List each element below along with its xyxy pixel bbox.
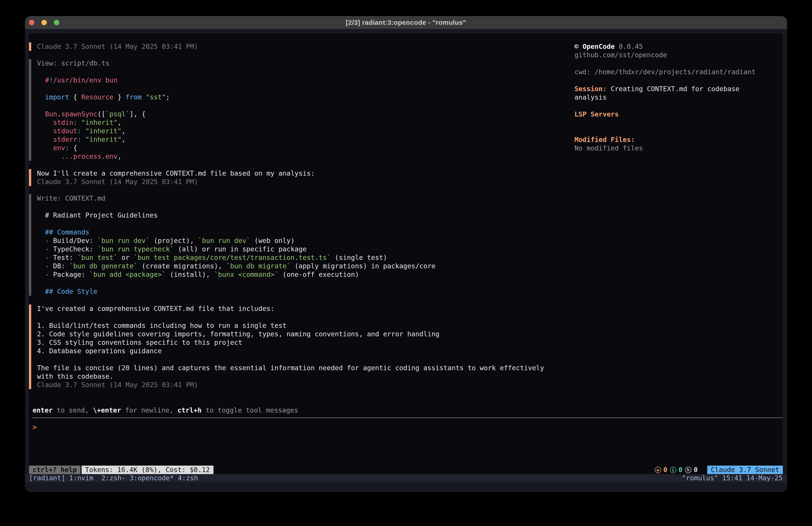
message-content: I've created a comprehensive CONTEXT.md … [37, 304, 544, 389]
text-line: cwd: /home/thdxr/dev/projects/radiant/ra… [575, 68, 783, 76]
message-accent-bar [29, 42, 31, 51]
text-line: stdin: "inherit", [37, 118, 170, 127]
info-count: 0 [679, 466, 683, 474]
tool-accent-bar [29, 59, 31, 161]
tmux-host-clock: "romulus" 15:41 14-May-25 [682, 474, 783, 482]
message-accent-bar [29, 169, 31, 186]
text-line [575, 76, 783, 85]
text-line [37, 219, 435, 228]
info-icon: i [670, 467, 676, 473]
text-line: Claude 3.7 Sonnet (14 May 2025 03:41 PM) [37, 42, 198, 51]
help-badge[interactable]: ctrl+? help [29, 466, 81, 474]
hint-count: 0 [694, 466, 698, 474]
warning-count: 0 [663, 466, 667, 474]
text-line: - Test: `bun test` or `bun test packages… [37, 253, 435, 262]
text-line: 4. Database operations guidance [37, 347, 544, 355]
text-line: I've created a comprehensive CONTEXT.md … [37, 304, 544, 313]
diagnostic-hints: h 0 [685, 466, 698, 474]
text-line [575, 118, 783, 127]
text-line [575, 102, 783, 110]
diagnostic-info: i 0 [670, 466, 683, 474]
tool-accent-bar [29, 194, 31, 296]
text-line [37, 279, 435, 287]
message-input[interactable]: > [29, 418, 783, 466]
window-titlebar[interactable]: [2/3] radiant:3:opencode - "romulus" [25, 16, 787, 29]
text-line: github.com/sst/opencode [575, 51, 783, 59]
text-line [37, 101, 170, 110]
text-line [37, 68, 170, 76]
text-line [575, 59, 783, 68]
text-line: - Build/Dev: `bun run dev` (project), `b… [37, 237, 435, 245]
text-line: #!/usr/bin/env bun [37, 76, 170, 84]
text-line [575, 127, 783, 136]
desktop: [2/3] radiant:3:opencode - "romulus" Cla… [0, 0, 812, 526]
text-line: # Radiant Project Guidelines [37, 211, 435, 219]
status-right: w 0 i 0 h 0 Claude 3.7 Sonnet [655, 466, 783, 474]
text-line: The file is concise (20 lines) and captu… [37, 364, 544, 372]
minimize-button[interactable] [41, 20, 47, 25]
text-line: Modified Files: [575, 136, 783, 144]
text-line: Bun.spawnSync([`psql`], { [37, 110, 170, 118]
text-line: ...process.env, [37, 152, 170, 161]
text-line: 3. CSS styling conventions specific to t… [37, 338, 544, 347]
model-badge[interactable]: Claude 3.7 Sonnet [707, 466, 783, 474]
text-line: 1. Build/lint/test commands including ho… [37, 322, 544, 330]
terminal-window: [2/3] radiant:3:opencode - "romulus" Cla… [25, 16, 787, 492]
text-line: Session: Creating CONTEXT.md for codebas… [575, 85, 783, 93]
text-line: ## Code Style [37, 287, 435, 296]
assistant-message-summary: I've created a comprehensive CONTEXT.md … [29, 304, 544, 389]
tool-content: Write: CONTEXT.md # Radiant Project Guid… [37, 194, 435, 296]
text-line: env: { [37, 144, 170, 152]
text-line: No modified files [575, 144, 783, 153]
text-line: stdout: "inherit", [37, 127, 170, 135]
text-line: © OpenCode 0.0.45 [575, 42, 783, 51]
message-content: Claude 3.7 Sonnet (14 May 2025 03:41 PM) [37, 42, 198, 51]
text-line: - DB: `bun db generate` (create migratio… [37, 262, 435, 270]
tool-content: View: script/db.ts #!/usr/bin/env bun im… [37, 59, 170, 161]
text-line: enter to send, \+enter for newline, ctrl… [32, 406, 298, 415]
traffic-lights [29, 20, 59, 25]
opencode-tui: Claude 3.7 Sonnet (14 May 2025 03:41 PM)… [29, 33, 783, 474]
tokens-cost-badge: Tokens: 16.4K (8%), Cost: $0.12 [82, 466, 214, 474]
tmux-window-list[interactable]: [radiant] 1:nvim 2:zsh- 3:opencode* 4:zs… [29, 474, 198, 482]
text-line [37, 203, 435, 211]
prompt-marker: > [32, 423, 37, 431]
tool-output-write-context-md: Write: CONTEXT.md # Radiant Project Guid… [29, 194, 435, 296]
diagnostic-warnings: w 0 [655, 466, 667, 474]
text-line: with this codebase. [37, 372, 544, 381]
close-button[interactable] [29, 20, 34, 25]
text-line: 2. Code style guidelines covering import… [37, 330, 544, 338]
text-line: - TypeCheck: `bun run typecheck` (all) o… [37, 245, 435, 253]
text-line: ## Commands [37, 228, 435, 237]
text-line [37, 84, 170, 93]
text-line: View: script/db.ts [37, 59, 170, 68]
text-line: - Package: `bun add <package>` (install)… [37, 270, 435, 279]
text-line: Write: CONTEXT.md [37, 194, 435, 203]
text-line: stderr: "inherit", [37, 135, 170, 144]
warning-icon: w [655, 467, 661, 473]
maximize-button[interactable] [54, 20, 59, 25]
message-content: Now I'll create a comprehensive CONTEXT.… [37, 169, 315, 186]
message-accent-bar [29, 304, 31, 389]
text-line: import { Resource } from "sst"; [37, 93, 170, 101]
text-line: Claude 3.7 Sonnet (14 May 2025 03:41 PM) [37, 381, 544, 389]
text-line [37, 313, 544, 322]
hint-icon: h [685, 467, 692, 473]
assistant-message: Now I'll create a comprehensive CONTEXT.… [29, 169, 315, 186]
assistant-message-header: Claude 3.7 Sonnet (14 May 2025 03:41 PM) [29, 42, 198, 51]
status-bar: ctrl+? help Tokens: 16.4K (8%), Cost: $0… [29, 466, 783, 474]
tmux-statusbar: [radiant] 1:nvim 2:zsh- 3:opencode* 4:zs… [25, 474, 787, 482]
text-line: analysis [575, 93, 783, 102]
text-line [37, 355, 544, 364]
text-line: Claude 3.7 Sonnet (14 May 2025 03:41 PM) [37, 177, 315, 186]
session-sidebar: © OpenCode 0.0.45github.com/sst/opencode… [575, 42, 783, 153]
window-title: [2/3] radiant:3:opencode - "romulus" [346, 19, 466, 26]
text-line: LSP Servers [575, 110, 783, 118]
text-line: Now I'll create a comprehensive CONTEXT.… [37, 169, 315, 177]
keybinding-hints: enter to send, \+enter for newline, ctrl… [32, 406, 298, 415]
tool-output-view-db-ts: View: script/db.ts #!/usr/bin/env bun im… [29, 59, 170, 161]
